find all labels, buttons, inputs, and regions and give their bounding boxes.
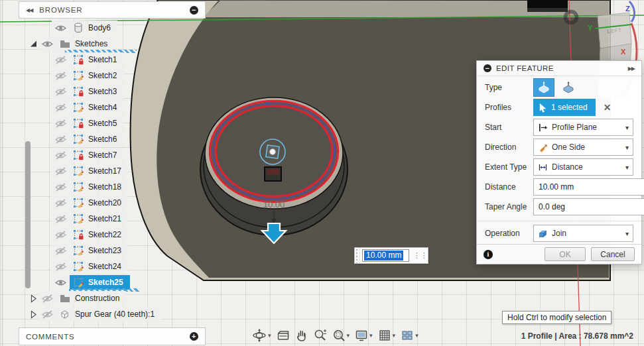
browser-item-sketch3[interactable]: Sketch3 [52,84,123,99]
pan-icon[interactable] [294,328,310,343]
sketchlock-icon [72,118,84,129]
browser-item-sketch7[interactable]: Sketch7 [52,148,123,162]
visibility-off-icon[interactable] [38,307,56,321]
start-row: Start Profile Plane ▾ [485,119,633,136]
expander-closed-icon[interactable] [28,310,38,319]
visibility-off-icon[interactable] [52,259,70,274]
folder-icon [59,294,70,303]
profile-plane-icon [538,123,548,133]
browser-item-body6[interactable]: Body6 [52,21,117,35]
item-label: Sketch18 [88,182,121,192]
visibility-off-icon[interactable] [52,84,70,99]
browser-item-sketch21[interactable]: Sketch21 [52,211,128,226]
distant-body[interactable] [527,0,568,12]
item-label: Sketch23 [88,246,121,255]
info-icon[interactable]: i [483,250,493,259]
display-settings-icon[interactable]: ▾ [354,328,374,343]
distance-input[interactable]: 10.00 mm [362,249,409,262]
cancel-button[interactable]: Cancel [591,247,635,261]
sketchedit-icon [72,70,84,81]
browser-item-sketch17[interactable]: Sketch17 [52,164,128,178]
browser-item-construction[interactable]: Construction [28,291,126,306]
visibility-off-icon[interactable] [52,52,70,67]
distance-field[interactable] [533,178,644,196]
visibility-off-icon[interactable] [38,291,56,306]
direction-dropdown[interactable]: One Side ▾ [533,139,633,156]
browser-item-sketch5[interactable]: Sketch5 [52,116,123,131]
visibility-on-icon[interactable] [38,36,56,51]
item-label: Sketch22 [88,230,121,239]
input-options-icon[interactable]: ⋮⋮ [413,251,428,260]
chevron-down-icon: ▾ [625,164,629,171]
visibility-off-icon[interactable] [52,180,70,194]
browser-item-sketch22[interactable]: Sketch22 [52,227,128,242]
visibility-off-icon[interactable] [52,243,70,258]
visibility-off-icon[interactable] [52,68,70,83]
clear-selection-icon[interactable]: ✕ [604,102,612,113]
browser-item-spur-gear-40-teeth-1[interactable]: Spur Gear (40 teeth):1 [28,307,161,321]
zoom-icon[interactable] [312,328,328,343]
dimension-ghost: 10.00 [263,200,285,209]
comments-bar[interactable]: COMMENTS + [19,327,206,345]
type-label: Type [485,83,533,92]
z-axis-arc [629,1,635,22]
browser-item-sketch20[interactable]: Sketch20 [52,196,128,210]
profiles-label: Profiles [485,103,533,112]
profiles-selected-button[interactable]: 1 selected [533,99,596,116]
visibility-off-icon[interactable] [52,196,70,210]
visibility-off-icon[interactable] [52,116,70,131]
expand-dialog-icon[interactable]: ▶▶ [628,66,635,72]
browser-item-sketch25[interactable]: Sketch25 [52,275,130,290]
extent-type-dropdown[interactable]: Distance ▾ [533,158,633,176]
taper-angle-label: Taper Angle [485,202,533,211]
taper-angle-field[interactable] [533,198,644,215]
dialog-divider [477,221,641,221]
expander-open-icon[interactable] [28,39,38,48]
comments-title: COMMENTS [26,333,190,341]
operation-row: Operation Join ▾ [485,225,633,242]
start-dropdown[interactable]: Profile Plane ▾ [533,119,633,136]
grid-display-icon[interactable]: ▾ [377,328,397,343]
add-comment-icon[interactable]: + [190,332,198,341]
browser-item-sketch24[interactable]: Sketch24 [52,259,128,274]
ok-button[interactable]: OK [545,247,586,261]
visibility-on-icon[interactable] [52,21,70,35]
visibility-on-icon[interactable] [52,275,70,290]
dimension-input-box[interactable]: 10.00 mm ⋮⋮ [354,247,428,264]
fit-icon[interactable]: ▾ [331,328,352,343]
extrude-solid-type-button[interactable] [533,78,554,97]
viewports-icon[interactable]: ▾ [399,328,420,343]
orbit-icon[interactable]: ▾ [251,328,273,343]
browser-scrollbar[interactable] [25,141,31,288]
visibility-off-icon[interactable] [52,132,70,146]
browser-item-sketches[interactable]: Sketches [28,36,114,51]
extrude-thin-type-button[interactable] [558,78,579,97]
browser-item-sketch4[interactable]: Sketch4 [52,100,123,115]
navigation-toolbar: ▾ ▾ [247,326,424,345]
expander-closed-icon[interactable] [28,294,38,303]
minimize-dialog-icon[interactable]: − [483,64,491,72]
sketchedit-icon [72,213,84,224]
browser-item-sketch2[interactable]: Sketch2 [52,68,123,83]
browser-item-sketch23[interactable]: Sketch23 [52,243,128,258]
item-label: Spur Gear (40 teeth):1 [75,310,155,319]
visibility-off-icon[interactable] [52,227,70,242]
sketchedit-icon [72,102,84,113]
dialog-title: EDIT FEATURE [496,64,623,72]
operation-dropdown[interactable]: Join ▾ [533,225,633,242]
visibility-off-icon[interactable] [52,164,70,178]
slot-feature[interactable] [265,167,281,181]
browser-item-sketch18[interactable]: Sketch18 [52,180,128,194]
browser-item-sketch1[interactable]: Sketch1 [52,52,123,67]
visibility-off-icon[interactable] [52,211,70,226]
visibility-off-icon[interactable] [52,148,70,162]
operation-label: Operation [485,229,533,238]
browser-item-sketch6[interactable]: Sketch6 [52,132,123,146]
item-label: Sketch25 [88,278,123,287]
dialog-header[interactable]: − EDIT FEATURE ▶▶ [477,61,641,76]
visibility-off-icon[interactable] [52,100,70,115]
drag-handle[interactable] [355,248,360,263]
look-at-icon[interactable] [275,328,291,343]
body-icon [72,23,84,33]
item-label: Sketch6 [88,135,117,144]
